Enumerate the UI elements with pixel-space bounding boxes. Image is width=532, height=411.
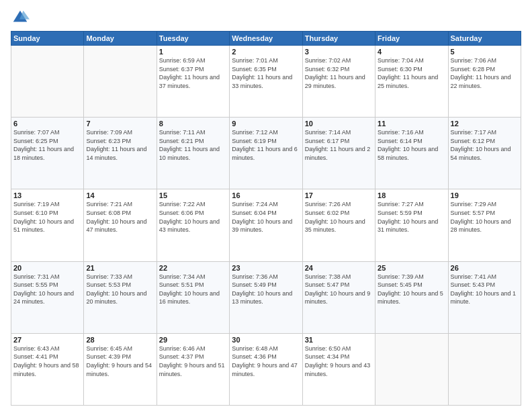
calendar-cell: 26Sunrise: 7:41 AM Sunset: 5:43 PM Dayli…	[448, 261, 521, 333]
calendar-table: SundayMondayTuesdayWednesdayThursdayFrid…	[11, 31, 521, 406]
calendar-cell: 4Sunrise: 7:04 AM Sunset: 6:30 PM Daylig…	[375, 46, 448, 118]
calendar-cell: 14Sunrise: 7:21 AM Sunset: 6:08 PM Dayli…	[84, 189, 157, 261]
calendar-cell: 13Sunrise: 7:19 AM Sunset: 6:10 PM Dayli…	[11, 189, 84, 261]
day-number: 12	[451, 120, 519, 128]
day-number: 3	[305, 48, 373, 56]
calendar-cell: 23Sunrise: 7:36 AM Sunset: 5:49 PM Dayli…	[230, 261, 302, 333]
day-info: Sunrise: 6:43 AM Sunset: 4:41 PM Dayligh…	[13, 345, 81, 378]
day-info: Sunrise: 6:50 AM Sunset: 4:34 PM Dayligh…	[305, 345, 373, 378]
day-info: Sunrise: 7:38 AM Sunset: 5:47 PM Dayligh…	[305, 273, 373, 306]
calendar-cell: 22Sunrise: 7:34 AM Sunset: 5:51 PM Dayli…	[157, 261, 229, 333]
day-info: Sunrise: 7:07 AM Sunset: 6:25 PM Dayligh…	[13, 128, 81, 162]
calendar-cell: 21Sunrise: 7:33 AM Sunset: 5:53 PM Dayli…	[84, 261, 157, 333]
calendar-cell: 12Sunrise: 7:17 AM Sunset: 6:12 PM Dayli…	[448, 118, 521, 189]
day-number: 27	[13, 336, 81, 344]
calendar-cell: 9Sunrise: 7:12 AM Sunset: 6:19 PM Daylig…	[230, 118, 302, 189]
calendar-cell: 31Sunrise: 6:50 AM Sunset: 4:34 PM Dayli…	[302, 333, 375, 405]
day-number: 25	[378, 264, 445, 272]
day-info: Sunrise: 7:22 AM Sunset: 6:06 PM Dayligh…	[159, 200, 227, 234]
calendar-cell: 27Sunrise: 6:43 AM Sunset: 4:41 PM Dayli…	[11, 333, 84, 405]
day-number: 29	[159, 336, 227, 344]
calendar-cell: 6Sunrise: 7:07 AM Sunset: 6:25 PM Daylig…	[11, 118, 84, 189]
week-row-4: 20Sunrise: 7:31 AM Sunset: 5:55 PM Dayli…	[11, 261, 521, 333]
day-number: 2	[232, 48, 300, 56]
day-number: 6	[13, 120, 81, 128]
day-info: Sunrise: 7:24 AM Sunset: 6:04 PM Dayligh…	[232, 200, 300, 234]
day-info: Sunrise: 6:46 AM Sunset: 4:37 PM Dayligh…	[159, 345, 227, 378]
day-info: Sunrise: 6:48 AM Sunset: 4:36 PM Dayligh…	[232, 345, 300, 378]
calendar-cell	[84, 46, 157, 118]
calendar-cell: 11Sunrise: 7:16 AM Sunset: 6:14 PM Dayli…	[375, 118, 448, 189]
day-info: Sunrise: 7:36 AM Sunset: 5:49 PM Dayligh…	[232, 273, 300, 306]
weekday-header-thursday: Thursday	[302, 32, 375, 46]
calendar-cell: 19Sunrise: 7:29 AM Sunset: 5:57 PM Dayli…	[448, 189, 521, 261]
calendar-cell: 16Sunrise: 7:24 AM Sunset: 6:04 PM Dayli…	[230, 189, 302, 261]
day-number: 20	[13, 264, 81, 272]
day-info: Sunrise: 7:14 AM Sunset: 6:17 PM Dayligh…	[305, 128, 373, 162]
day-info: Sunrise: 7:21 AM Sunset: 6:08 PM Dayligh…	[86, 200, 154, 234]
day-number: 13	[13, 191, 81, 199]
page: SundayMondayTuesdayWednesdayThursdayFrid…	[0, 0, 532, 411]
logo	[11, 8, 32, 27]
day-info: Sunrise: 7:01 AM Sunset: 6:35 PM Dayligh…	[232, 56, 300, 90]
weekday-header-wednesday: Wednesday	[230, 32, 302, 46]
day-info: Sunrise: 7:31 AM Sunset: 5:55 PM Dayligh…	[13, 273, 81, 306]
logo-icon	[11, 8, 30, 27]
calendar-cell: 17Sunrise: 7:26 AM Sunset: 6:02 PM Dayli…	[302, 189, 375, 261]
day-info: Sunrise: 7:16 AM Sunset: 6:14 PM Dayligh…	[378, 128, 445, 162]
day-info: Sunrise: 7:02 AM Sunset: 6:32 PM Dayligh…	[305, 56, 373, 90]
day-number: 28	[86, 336, 154, 344]
calendar-cell: 7Sunrise: 7:09 AM Sunset: 6:23 PM Daylig…	[84, 118, 157, 189]
calendar-cell: 30Sunrise: 6:48 AM Sunset: 4:36 PM Dayli…	[230, 333, 302, 405]
day-info: Sunrise: 7:09 AM Sunset: 6:23 PM Dayligh…	[86, 128, 154, 162]
day-number: 10	[305, 120, 373, 128]
day-number: 14	[86, 191, 154, 199]
day-number: 16	[232, 191, 300, 199]
weekday-header-row: SundayMondayTuesdayWednesdayThursdayFrid…	[11, 32, 521, 46]
day-info: Sunrise: 7:26 AM Sunset: 6:02 PM Dayligh…	[305, 200, 373, 234]
calendar-cell: 8Sunrise: 7:11 AM Sunset: 6:21 PM Daylig…	[157, 118, 229, 189]
weekday-header-friday: Friday	[375, 32, 448, 46]
day-number: 31	[305, 336, 373, 344]
week-row-1: 1Sunrise: 6:59 AM Sunset: 6:37 PM Daylig…	[11, 46, 521, 118]
day-info: Sunrise: 7:33 AM Sunset: 5:53 PM Dayligh…	[86, 273, 154, 306]
day-info: Sunrise: 7:41 AM Sunset: 5:43 PM Dayligh…	[451, 273, 519, 306]
week-row-5: 27Sunrise: 6:43 AM Sunset: 4:41 PM Dayli…	[11, 333, 521, 405]
day-info: Sunrise: 7:34 AM Sunset: 5:51 PM Dayligh…	[159, 273, 227, 306]
day-number: 22	[159, 264, 227, 272]
day-number: 4	[378, 48, 445, 56]
day-number: 18	[378, 191, 445, 199]
calendar-cell: 28Sunrise: 6:45 AM Sunset: 4:39 PM Dayli…	[84, 333, 157, 405]
day-number: 1	[159, 48, 227, 56]
weekday-header-sunday: Sunday	[11, 32, 84, 46]
day-info: Sunrise: 7:17 AM Sunset: 6:12 PM Dayligh…	[451, 128, 519, 162]
day-number: 26	[451, 264, 519, 272]
header	[11, 8, 521, 27]
calendar-cell: 20Sunrise: 7:31 AM Sunset: 5:55 PM Dayli…	[11, 261, 84, 333]
day-number: 30	[232, 336, 300, 344]
calendar-cell: 10Sunrise: 7:14 AM Sunset: 6:17 PM Dayli…	[302, 118, 375, 189]
calendar-cell: 2Sunrise: 7:01 AM Sunset: 6:35 PM Daylig…	[230, 46, 302, 118]
calendar-cell: 25Sunrise: 7:39 AM Sunset: 5:45 PM Dayli…	[375, 261, 448, 333]
day-number: 7	[86, 120, 154, 128]
day-info: Sunrise: 7:27 AM Sunset: 5:59 PM Dayligh…	[378, 200, 445, 234]
weekday-header-tuesday: Tuesday	[157, 32, 229, 46]
day-number: 15	[159, 191, 227, 199]
day-number: 5	[451, 48, 519, 56]
day-number: 8	[159, 120, 227, 128]
calendar-cell: 18Sunrise: 7:27 AM Sunset: 5:59 PM Dayli…	[375, 189, 448, 261]
calendar-cell: 1Sunrise: 6:59 AM Sunset: 6:37 PM Daylig…	[157, 46, 229, 118]
week-row-2: 6Sunrise: 7:07 AM Sunset: 6:25 PM Daylig…	[11, 118, 521, 189]
day-info: Sunrise: 7:11 AM Sunset: 6:21 PM Dayligh…	[159, 128, 227, 162]
day-info: Sunrise: 7:29 AM Sunset: 5:57 PM Dayligh…	[451, 200, 519, 234]
week-row-3: 13Sunrise: 7:19 AM Sunset: 6:10 PM Dayli…	[11, 189, 521, 261]
calendar-cell: 15Sunrise: 7:22 AM Sunset: 6:06 PM Dayli…	[157, 189, 229, 261]
weekday-header-saturday: Saturday	[448, 32, 521, 46]
day-info: Sunrise: 7:12 AM Sunset: 6:19 PM Dayligh…	[232, 128, 300, 162]
day-number: 9	[232, 120, 300, 128]
day-number: 23	[232, 264, 300, 272]
day-number: 17	[305, 191, 373, 199]
day-number: 11	[378, 120, 445, 128]
day-info: Sunrise: 7:04 AM Sunset: 6:30 PM Dayligh…	[378, 56, 445, 90]
calendar-cell	[448, 333, 521, 405]
